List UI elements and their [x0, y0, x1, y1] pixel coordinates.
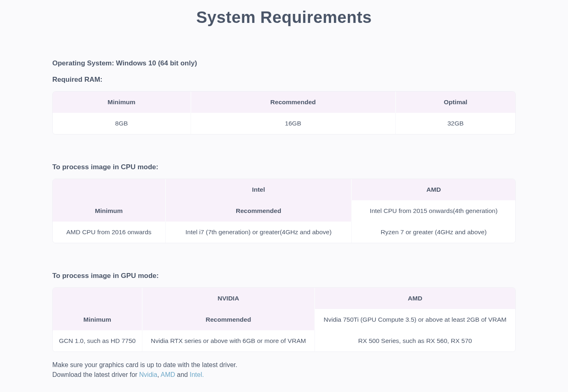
cpu-heading: To process image in CPU mode: [52, 163, 516, 171]
driver-note: Make sure your graphics card is up to da… [52, 360, 516, 380]
cpu-cell: Minimum [53, 200, 166, 222]
cpu-cell: Intel i7 (7th generation) or greater(4GH… [166, 222, 352, 243]
gpu-cell: Recommended [143, 309, 315, 330]
table-row: 8GB 16GB 32GB [53, 113, 515, 134]
gpu-cell: RX 500 Series, such as RX 560, RX 570 [315, 330, 515, 352]
ram-value-rec: 16GB [191, 113, 396, 134]
cpu-header-amd: AMD [352, 179, 515, 200]
gpu-cell: Nvidia 750Ti (GPU Compute 3.5) or above … [315, 309, 515, 330]
ram-heading: Required RAM: [52, 76, 516, 84]
cpu-header-blank [53, 179, 166, 200]
gpu-header-amd: AMD [315, 288, 515, 309]
ram-header-rec: Recommended [191, 92, 396, 113]
table-row: Minimum Recommended Optimal [53, 92, 515, 113]
page-title: System Requirements [52, 8, 516, 27]
cpu-table-block: Intel AMD Minimum Recommended Intel CPU … [52, 179, 516, 243]
ram-table: Minimum Recommended Optimal 8GB 16GB 32G… [52, 91, 516, 134]
ram-table-block: Minimum Recommended Optimal 8GB 16GB 32G… [52, 91, 516, 134]
link-intel[interactable]: Intel. [190, 371, 204, 378]
table-row: Intel AMD [53, 179, 515, 200]
table-row: NVIDIA AMD [53, 288, 515, 309]
cpu-cell: Intel CPU from 2015 onwards(4th generati… [352, 200, 515, 222]
ram-value-min: 8GB [53, 113, 191, 134]
link-nvidia[interactable]: Nvidia [139, 371, 157, 378]
cpu-cell: Recommended [166, 200, 352, 222]
table-row: AMD CPU from 2016 onwards Intel i7 (7th … [53, 222, 515, 243]
gpu-table: NVIDIA AMD Minimum Recommended Nvidia 75… [52, 287, 516, 352]
sep: and [175, 371, 190, 378]
table-row: GCN 1.0, such as HD 7750 Nvidia RTX seri… [53, 330, 515, 352]
sep: , [157, 371, 161, 378]
cpu-header-intel: Intel [166, 179, 352, 200]
ram-header-opt: Optimal [396, 92, 515, 113]
cpu-cell: AMD CPU from 2016 onwards [53, 222, 166, 243]
cpu-cell: Ryzen 7 or greater (4GHz and above) [352, 222, 515, 243]
table-row: Minimum Recommended Nvidia 750Ti (GPU Co… [53, 309, 515, 330]
driver-line1: Make sure your graphics card is up to da… [52, 361, 237, 368]
gpu-heading: To process image in GPU mode: [52, 272, 516, 280]
gpu-table-block: NVIDIA AMD Minimum Recommended Nvidia 75… [52, 287, 516, 352]
gpu-header-blank [53, 288, 143, 309]
gpu-cell: Nvidia RTX series or above with 6GB or m… [143, 330, 315, 352]
os-requirement: Operating System: Windows 10 (64 bit onl… [52, 59, 516, 67]
link-amd[interactable]: AMD [161, 371, 175, 378]
gpu-cell: GCN 1.0, such as HD 7750 [53, 330, 143, 352]
driver-line2-prefix: Download the latest driver for [52, 371, 139, 378]
table-row: Minimum Recommended Intel CPU from 2015 … [53, 200, 515, 222]
gpu-header-nvidia: NVIDIA [143, 288, 315, 309]
ram-value-opt: 32GB [396, 113, 515, 134]
content-container: System Requirements Operating System: Wi… [44, 8, 524, 392]
cpu-table: Intel AMD Minimum Recommended Intel CPU … [52, 179, 516, 243]
gpu-cell: Minimum [53, 309, 143, 330]
ram-header-min: Minimum [53, 92, 191, 113]
